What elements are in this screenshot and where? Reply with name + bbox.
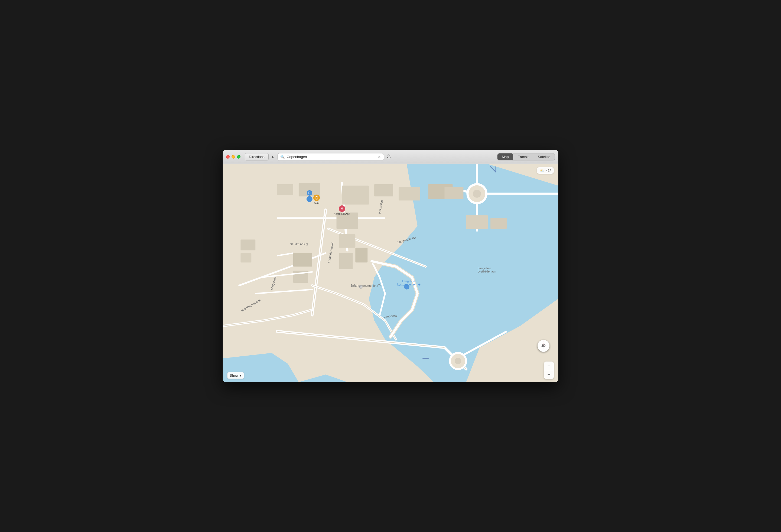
minimize-button[interactable] [232,155,235,159]
show-dropdown[interactable]: Show ▾ [227,372,244,379]
weather-badge: ⛅ 41° [537,167,554,174]
directions-label: Directions [249,155,264,159]
share-button[interactable] [387,154,391,160]
svg-rect-9 [399,187,420,201]
svg-rect-16 [355,248,368,263]
map-container[interactable]: Langelinie Allé LangelinieLystbådehavn L… [223,164,558,382]
search-clear-button[interactable]: ✕ [378,155,381,159]
maximize-button[interactable] [237,155,241,159]
svg-point-4 [455,358,461,364]
svg-rect-5 [277,184,293,195]
map-type-controls: Map Transit Satellite [497,153,555,161]
titlebar: Directions ➤ 🔍 ✕ Map Transit Satellite [223,150,558,164]
chevron-down-icon: ▾ [240,373,242,378]
current-location-icon[interactable]: ➤ [271,155,275,159]
zoom-in-button[interactable]: + [544,370,554,379]
svg-rect-14 [339,234,355,248]
zoom-controls: − + [544,361,554,379]
svg-point-24 [306,196,313,202]
directions-button[interactable]: Directions [245,153,269,161]
weather-temp: 41° [546,169,551,173]
satellite-button[interactable]: Satellite [533,153,554,160]
map-svg [223,164,558,382]
weather-icon: ⛅ [540,168,544,173]
svg-point-2 [473,190,481,198]
svg-rect-12 [241,253,251,263]
svg-rect-11 [241,239,255,250]
three-d-label: 3D [541,344,545,348]
search-bar: 🔍 ✕ [277,153,384,161]
three-d-button[interactable]: 3D [538,340,549,352]
transit-button[interactable]: Transit [514,153,533,160]
traffic-lights [226,155,241,159]
svg-rect-7 [342,186,369,205]
svg-rect-19 [490,218,507,229]
svg-point-22 [359,285,362,289]
svg-rect-15 [339,253,353,269]
svg-rect-18 [466,215,488,229]
map-button[interactable]: Map [497,153,513,160]
svg-point-23 [404,284,409,290]
app-window: Directions ➤ 🔍 ✕ Map Transit Satellite [222,150,559,382]
svg-rect-13 [336,213,358,229]
search-input[interactable] [287,155,376,159]
search-icon: 🔍 [280,155,285,159]
zoom-out-button[interactable]: − [544,361,554,370]
svg-rect-8 [374,184,393,196]
svg-rect-6 [299,183,320,196]
svg-rect-17 [445,187,464,199]
svg-rect-20 [293,253,312,267]
show-label: Show [230,373,239,378]
close-button[interactable] [226,155,230,159]
